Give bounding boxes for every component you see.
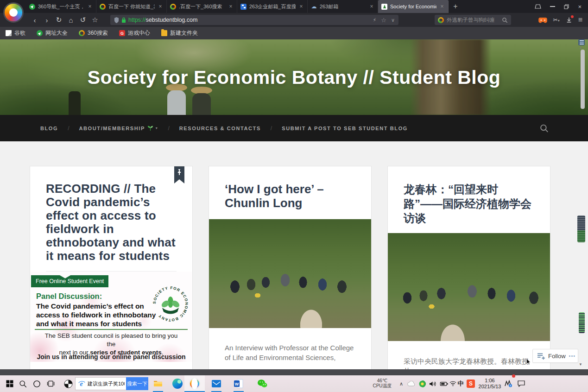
app-market-icon[interactable] <box>526 17 532 23</box>
nav-item-resources-contacts[interactable]: RESOURCES & CONTACTS <box>179 126 261 131</box>
site-title[interactable]: Society for Economic Botany // Student B… <box>0 66 588 88</box>
tab-seb-blog-active[interactable]: Society for Economic Bot × <box>378 0 449 13</box>
bookmarks-bar: 谷歌 网址大全 360搜索 G 游戏中心 新建文件夹 <box>0 27 588 39</box>
tray-volume-icon[interactable] <box>427 375 438 392</box>
start-button[interactable] <box>4 375 16 392</box>
edge-icon[interactable] <box>171 375 183 392</box>
browser-360-icon[interactable] <box>189 375 201 392</box>
ink-input-icon[interactable] <box>502 375 514 392</box>
bookmark-site-directory[interactable]: 网址大全 <box>37 29 68 37</box>
search-input[interactable] <box>447 17 499 23</box>
tab-baidu-2[interactable]: .百度一下_360搜索 × <box>167 0 237 13</box>
scroll-up-icon[interactable]: ▲ <box>579 46 582 49</box>
clock-date: 2021/5/13 <box>479 384 501 389</box>
tray-chevron-icon[interactable]: ∧ <box>397 375 406 392</box>
browser-logo-360[interactable] <box>3 2 24 23</box>
scrollbar-top-button[interactable] <box>578 39 585 45</box>
tab-label: 360导航_一个主页，整个世 <box>38 3 84 10</box>
nav-item-blog[interactable]: BLOG <box>40 126 58 131</box>
cpu-temp-widget[interactable]: 46℃ CPU温度 <box>369 375 396 392</box>
tab-close-icon[interactable]: × <box>369 3 374 10</box>
bookmark-google[interactable]: 谷歌 <box>6 29 25 37</box>
menu-icon[interactable]: ≡ <box>578 16 582 24</box>
post-title[interactable]: 龙春林：“回望来时路”——国际经济植物学会访谈 <box>404 182 534 225</box>
bookmark-game-center[interactable]: G 游戏中心 <box>119 29 150 37</box>
action-center-icon[interactable] <box>515 375 527 392</box>
download-icon[interactable] <box>566 17 572 23</box>
bookmark-360-search[interactable]: 360搜索 <box>79 29 108 37</box>
taskbar-search-icon[interactable] <box>17 375 29 392</box>
home-button[interactable]: ⌂ <box>65 16 77 24</box>
tab-close-icon[interactable]: × <box>439 3 445 10</box>
tab-baidu-1[interactable]: 百度一下 你就知道_360搜 × <box>96 0 167 13</box>
bookmark-star-button[interactable]: ☆ <box>89 16 101 24</box>
new-tab-button[interactable]: + <box>449 0 462 13</box>
ime-indicator[interactable]: 中 <box>456 375 465 392</box>
tab-263-mail[interactable]: ☁ 263邮箱 × <box>308 0 378 13</box>
tab-strip: 360导航_一个主页，整个世 × 百度一下 你就知道_360搜 × .百度一下_… <box>26 0 462 13</box>
cortana-icon[interactable] <box>31 375 43 392</box>
screenshot-scissors-icon[interactable]: ✂▾ <box>553 17 560 23</box>
tab-close-icon[interactable]: × <box>87 3 93 10</box>
back-button[interactable]: ‹ <box>29 16 41 24</box>
taskbar-clock[interactable]: 1:06 2021/5/13 <box>475 375 504 392</box>
forward-button[interactable]: › <box>41 16 53 24</box>
ie-search-text[interactable]: 建议生孩子奖100万 <box>88 380 125 387</box>
bookmark-label: 新建文件夹 <box>170 29 198 37</box>
shield-icon[interactable] <box>114 17 119 23</box>
mail-app-icon[interactable] <box>210 375 222 392</box>
scissors-dropdown[interactable]: ▾ <box>558 19 560 23</box>
search-icon[interactable] <box>502 17 508 23</box>
nav-item-about-membership[interactable]: ABOUT/MEMBERSHIP ▾ <box>79 125 158 131</box>
ie-search-button[interactable]: 搜索一下 <box>126 377 148 390</box>
scrollbar-thumb[interactable] <box>581 50 585 109</box>
scissors-glyph: ✂ <box>553 17 558 23</box>
scroll-down-icon[interactable]: ▼ <box>579 362 582 367</box>
post-title[interactable]: ‘How I got here’ – Chunlin Long <box>225 182 355 210</box>
url-dropdown-icon[interactable]: ∨ <box>391 17 395 23</box>
bookmark-new-folder[interactable]: 新建文件夹 <box>161 29 198 37</box>
ie-search-deskband[interactable]: e 建议生孩子奖100万 搜索一下 <box>75 377 148 390</box>
follow-button[interactable]: Follow ••• <box>532 349 578 363</box>
tab-close-icon[interactable]: × <box>228 3 234 10</box>
game-g-icon: G <box>119 30 125 36</box>
close-button[interactable]: × <box>578 4 582 10</box>
tab-close-icon[interactable]: × <box>298 3 304 10</box>
browser-search-box[interactable] <box>435 15 511 25</box>
url-field[interactable]: https://sebstudentblog.com ⚡ ☆ ∨ <box>110 15 398 25</box>
game-center-icon[interactable] <box>538 17 547 23</box>
task-view-icon[interactable] <box>44 375 57 392</box>
follow-more-icon[interactable]: ••• <box>569 353 576 359</box>
tray-cloud-icon[interactable] <box>406 375 417 392</box>
boss-key-icon[interactable] <box>535 4 541 9</box>
word-icon[interactable]: W <box>233 375 245 392</box>
nav-item-submit-post[interactable]: SUBMIT A POST TO SEB STUDENT BLOG <box>282 126 408 131</box>
tab-360-nav[interactable]: 360导航_一个主页，整个世 × <box>26 0 96 13</box>
file-explorer-icon[interactable] <box>152 375 164 392</box>
event-flyer-image[interactable]: Free Online Student Event Panel Discussi… <box>30 272 192 362</box>
wechat-icon[interactable] <box>256 375 269 392</box>
instant-icon[interactable]: ⚡ <box>373 17 377 23</box>
pinwheel-app-icon[interactable] <box>62 375 74 392</box>
window-bottom-strip <box>0 369 588 375</box>
tab-label: 263邮箱 <box>320 3 366 10</box>
seb-logo: SOCIETY FOR ECONOMIC BOTANY <box>151 285 190 325</box>
tray-360-shield-icon[interactable] <box>417 375 427 392</box>
tab-close-icon[interactable]: × <box>158 3 163 10</box>
post-title[interactable]: RECORDING // The Covid pandemic’s effect… <box>46 182 177 263</box>
site-search-icon[interactable] <box>539 123 549 133</box>
side-widget-progress[interactable] <box>577 215 585 242</box>
restore-button[interactable] <box>564 4 569 9</box>
reload-button[interactable]: ↻ <box>53 16 65 24</box>
minimize-button[interactable] <box>550 6 555 7</box>
url-protocol: https:// <box>128 17 146 23</box>
tab-263-search[interactable]: 263企业邮箱_百度搜索 × <box>237 0 308 13</box>
favorite-star-icon[interactable]: ☆ <box>381 17 386 24</box>
post-photo[interactable] <box>388 233 550 341</box>
undo-button[interactable]: ↺ <box>77 16 89 24</box>
search-engine-icon[interactable] <box>438 17 444 23</box>
side-widget-speed[interactable] <box>579 312 585 333</box>
post-photo[interactable] <box>209 219 371 328</box>
nav-dropdown-icon: ▾ <box>156 126 158 130</box>
sogou-icon[interactable]: S <box>465 375 476 392</box>
